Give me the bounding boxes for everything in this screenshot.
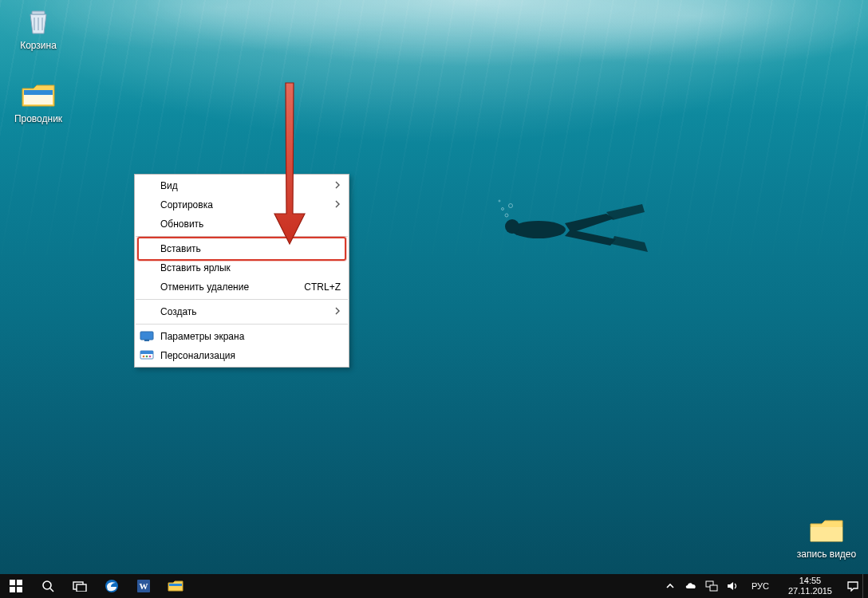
menu-item-personalize[interactable]: Персонализация	[135, 346, 349, 365]
svg-text:W: W	[140, 581, 148, 591]
word-icon: W	[136, 578, 152, 594]
svg-rect-17	[17, 580, 22, 585]
svg-rect-27	[169, 584, 182, 586]
desktop-icon-recycle-bin[interactable]: Корзина	[6, 6, 70, 51]
tray-time: 14:55	[788, 576, 832, 586]
task-view-button[interactable]	[64, 574, 96, 598]
menu-item-view[interactable]: Вид	[135, 176, 349, 195]
tray-date: 27.11.2015	[788, 586, 832, 596]
svg-point-20	[43, 581, 51, 589]
svg-rect-12	[140, 351, 153, 354]
chevron-right-icon	[333, 199, 341, 210]
desktop-icon-label: запись видео	[795, 549, 858, 560]
file-explorer-icon	[19, 80, 57, 112]
menu-item-shortcut: CTRL+Z	[304, 281, 341, 293]
menu-item-label: Вставить	[160, 243, 341, 254]
menu-item-sort[interactable]: Сортировка	[135, 195, 349, 214]
menu-item-refresh[interactable]: Обновить	[135, 214, 349, 234]
chevron-right-icon	[333, 306, 341, 317]
search-icon	[41, 580, 54, 592]
recycle-bin-icon	[19, 6, 57, 38]
desktop-icon-label: Проводник	[6, 113, 70, 124]
menu-item-undo-delete[interactable]: Отменить удаление CTRL+Z	[135, 277, 349, 297]
menu-separator	[136, 236, 348, 237]
menu-item-paste[interactable]: Вставить	[135, 239, 349, 258]
folder-icon	[807, 515, 846, 547]
desktop-icon-label: Корзина	[6, 40, 70, 51]
desktop-wallpaper[interactable]	[0, 0, 868, 574]
desktop-icon-explorer[interactable]: Проводник	[6, 80, 70, 124]
svg-point-13	[143, 356, 145, 358]
task-view-icon	[73, 580, 87, 592]
svg-rect-6	[32, 11, 45, 14]
tray-network-icon[interactable]	[705, 580, 718, 592]
svg-rect-18	[10, 587, 15, 592]
tray-chevron-up-icon[interactable]	[664, 580, 677, 592]
menu-item-new[interactable]: Создать	[135, 302, 349, 321]
desktop-context-menu: Вид Сортировка Обновить Вставить Вставит…	[134, 174, 349, 368]
svg-rect-16	[10, 580, 15, 585]
svg-rect-23	[77, 584, 86, 592]
svg-rect-19	[17, 587, 22, 592]
menu-item-paste-shortcut[interactable]: Вставить ярлык	[135, 258, 349, 277]
tray-action-center-icon[interactable]	[846, 580, 859, 592]
wallpaper-rays	[0, 0, 868, 287]
taskbar: W РУС 14:	[0, 574, 868, 598]
menu-item-label: Вид	[160, 180, 333, 191]
tray-clock[interactable]: 14:55 27.11.2015	[782, 574, 838, 598]
tray-language[interactable]: РУС	[747, 581, 774, 591]
svg-rect-9	[140, 332, 153, 340]
svg-rect-8	[24, 90, 53, 95]
tray-onedrive-icon[interactable]	[685, 580, 697, 592]
menu-item-label: Параметры экрана	[160, 331, 341, 342]
svg-point-14	[146, 356, 148, 358]
svg-line-21	[50, 588, 53, 592]
menu-item-label: Создать	[160, 306, 333, 317]
tray-language-label: РУС	[752, 581, 769, 591]
menu-item-display-settings[interactable]: Параметры экрана	[135, 327, 349, 346]
svg-rect-10	[144, 340, 149, 341]
taskbar-app-word[interactable]: W	[128, 574, 160, 598]
tray-volume-icon[interactable]	[726, 580, 739, 592]
menu-item-label: Обновить	[160, 218, 341, 230]
taskbar-app-file-explorer[interactable]	[160, 574, 191, 598]
chevron-right-icon	[333, 180, 341, 191]
display-settings-icon	[140, 331, 154, 342]
menu-item-label: Персонализация	[160, 350, 341, 361]
menu-item-label: Отменить удаление	[160, 281, 296, 293]
desktop-icon-video-folder[interactable]: запись видео	[795, 515, 858, 560]
svg-point-15	[149, 356, 152, 358]
file-explorer-icon	[168, 579, 183, 593]
search-button[interactable]	[32, 574, 64, 598]
windows-logo-icon	[10, 580, 22, 592]
menu-separator	[136, 299, 348, 300]
taskbar-app-edge[interactable]	[96, 574, 128, 598]
svg-rect-29	[710, 585, 717, 591]
menu-item-label: Сортировка	[160, 199, 333, 210]
menu-item-label: Вставить ярлык	[160, 262, 341, 273]
show-desktop-button[interactable]	[862, 574, 868, 598]
edge-icon	[104, 578, 120, 594]
personalize-icon	[140, 350, 154, 361]
start-button[interactable]	[0, 574, 32, 598]
taskbar-spacer	[191, 574, 657, 598]
menu-separator	[136, 324, 348, 325]
system-tray: РУС 14:55 27.11.2015	[657, 574, 862, 598]
